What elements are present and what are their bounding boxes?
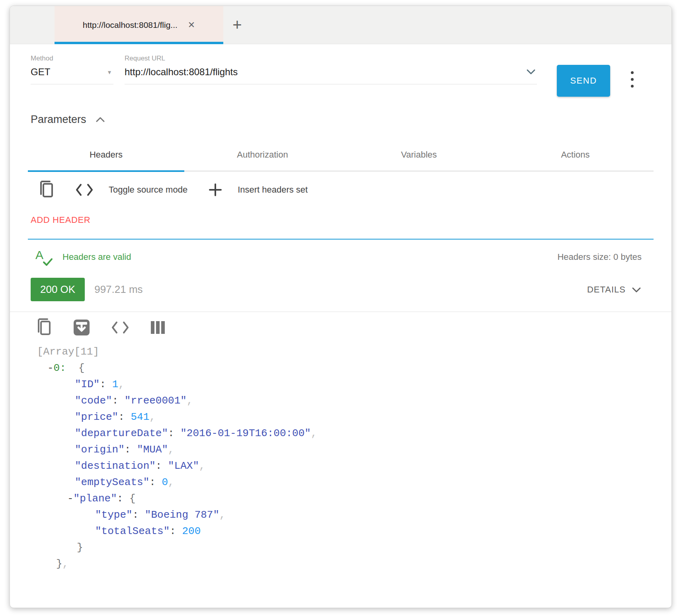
active-tab-indicator <box>55 42 223 44</box>
close-icon[interactable]: ✕ <box>188 21 195 29</box>
json-token: [Array[11] <box>37 346 99 358</box>
request-tab-title: http://localhost:8081/flig... <box>83 20 178 30</box>
tab-headers[interactable]: Headers <box>28 144 184 170</box>
json-token: : <box>168 427 180 439</box>
app-window: http://localhost:8081/flig... ✕ + Method… <box>10 6 672 608</box>
json-token: "MUA" <box>137 444 168 456</box>
headers-validity-row: A Headers are valid Headers size: 0 byte… <box>10 240 671 266</box>
param-tabs: HeadersAuthorizationVariablesActions <box>10 144 671 170</box>
json-token: "plane" <box>74 493 117 505</box>
parameters-toggle[interactable]: Parameters <box>10 97 671 126</box>
add-header-button[interactable]: ADD HEADER <box>10 199 105 225</box>
response-toolbar <box>10 312 671 337</box>
json-line: -0: { <box>37 360 671 376</box>
json-line: }, <box>37 556 671 572</box>
method-value: GET <box>31 66 50 78</box>
copy-icon[interactable] <box>35 318 52 337</box>
status-badge: 200 OK <box>31 278 85 301</box>
json-line: [Array[11] <box>37 344 671 360</box>
json-token: "totalSeats" <box>95 525 170 537</box>
chevron-up-icon <box>95 116 105 123</box>
method-label: Method <box>31 55 113 62</box>
request-editor: Method GET ▾ Request URL http://localhos… <box>10 44 671 97</box>
dropdown-caret-icon: ▾ <box>108 68 113 76</box>
json-token: , <box>62 558 69 570</box>
json-line: } <box>37 540 671 556</box>
json-line: "departureDate": "2016-01-19T16:00:00", <box>37 425 671 442</box>
headers-valid-message: Headers are valid <box>62 252 131 262</box>
save-icon[interactable] <box>73 319 90 336</box>
json-token: "destination" <box>75 460 156 472</box>
toggle-source-mode-button[interactable]: Toggle source mode <box>109 185 187 195</box>
request-tab[interactable]: http://localhost:8081/flig... ✕ <box>55 6 223 44</box>
active-tab-underline <box>28 170 184 172</box>
json-token: 0 <box>162 476 168 488</box>
json-line: "code": "rree0001", <box>37 393 671 409</box>
json-token: "type" <box>95 509 133 521</box>
table-columns-icon[interactable] <box>150 320 166 335</box>
send-button[interactable]: SEND <box>557 65 610 97</box>
insert-headers-set-button[interactable]: Insert headers set <box>238 185 308 195</box>
copy-icon[interactable] <box>38 181 55 199</box>
headers-toolbar: Toggle source mode Insert headers set <box>10 172 671 199</box>
json-token: { <box>129 493 136 505</box>
json-token: , <box>311 427 317 439</box>
more-options-icon[interactable] <box>631 71 634 88</box>
json-token: 0: <box>54 362 66 374</box>
json-token: : <box>149 476 162 488</box>
json-token: : <box>125 444 137 456</box>
plus-icon[interactable] <box>208 183 222 197</box>
json-line: "emptySeats": 0, <box>37 474 671 491</box>
headers-size: Headers size: 0 bytes <box>557 252 642 262</box>
json-token: "origin" <box>75 444 125 456</box>
tab-authorization[interactable]: Authorization <box>184 144 341 170</box>
json-token: 1 <box>112 378 119 390</box>
collapse-toggle-icon[interactable]: - <box>47 362 54 374</box>
json-token: "Boeing 787" <box>145 509 219 521</box>
json-line: "totalSeats": 200 <box>37 523 671 540</box>
url-value: http://localhost:8081/flights <box>125 66 238 78</box>
json-token: } <box>56 558 62 570</box>
response-status-row: 200 OK 997.21 ms DETAILS <box>10 266 671 301</box>
parameters-title: Parameters <box>31 113 86 126</box>
chevron-down-icon[interactable] <box>525 68 537 76</box>
json-token: : <box>133 509 145 521</box>
code-icon[interactable] <box>75 183 94 197</box>
json-token: : <box>112 395 125 407</box>
tab-variables[interactable]: Variables <box>341 144 497 170</box>
json-token: "departureDate" <box>75 427 168 439</box>
method-select[interactable]: Method GET ▾ <box>31 55 113 84</box>
spellcheck-icon: A <box>35 248 52 266</box>
json-token: , <box>168 444 174 456</box>
json-line: "destination": "LAX", <box>37 458 671 474</box>
json-token: : <box>100 378 112 390</box>
json-token: , <box>149 411 156 423</box>
json-token: 541 <box>131 411 149 423</box>
json-token: , <box>168 476 174 488</box>
json-token: : <box>117 493 129 505</box>
json-token: : <box>156 460 168 472</box>
json-token: } <box>77 542 83 554</box>
json-token: , <box>199 460 205 472</box>
json-token: , <box>219 509 226 521</box>
json-token: , <box>118 378 125 390</box>
response-time: 997.21 ms <box>94 283 142 296</box>
plus-icon: + <box>232 16 242 34</box>
code-icon[interactable] <box>111 321 129 334</box>
url-field[interactable]: Request URL http://localhost:8081/flight… <box>125 55 537 84</box>
details-label: DETAILS <box>587 285 626 295</box>
json-token: "code" <box>75 395 112 407</box>
tab-bar: http://localhost:8081/flig... ✕ + <box>10 6 671 44</box>
tab-underline-track <box>28 170 654 172</box>
json-line: "ID": 1, <box>37 376 671 393</box>
json-line: "type": "Boeing 787", <box>37 507 671 523</box>
json-line: -"plane": { <box>37 491 671 507</box>
json-token: "ID" <box>75 378 100 390</box>
json-token: , <box>187 395 193 407</box>
json-token: 200 <box>182 525 201 537</box>
details-button[interactable]: DETAILS <box>587 285 642 295</box>
new-tab-button[interactable]: + <box>223 6 251 44</box>
tab-actions[interactable]: Actions <box>497 144 654 170</box>
json-token: "LAX" <box>168 460 199 472</box>
collapse-toggle-icon[interactable]: - <box>67 493 74 505</box>
